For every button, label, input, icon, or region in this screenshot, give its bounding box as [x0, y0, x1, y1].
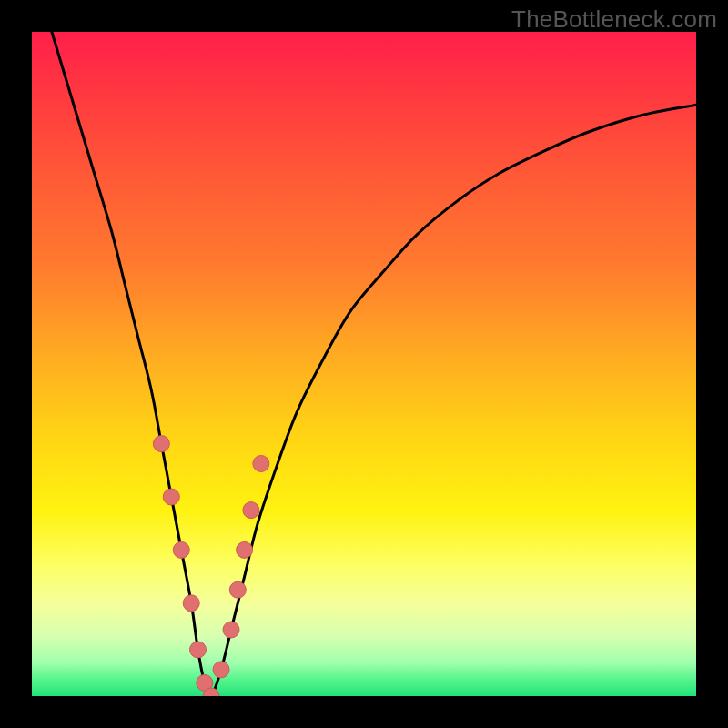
bottleneck-curve: [52, 32, 696, 696]
data-markers: [153, 436, 269, 696]
data-marker: [190, 642, 207, 658]
data-marker: [223, 622, 239, 638]
data-marker: [243, 502, 259, 519]
chart-frame: TheBottleneck.com: [0, 0, 728, 728]
curve-layer: [32, 32, 696, 696]
data-marker: [153, 436, 169, 452]
plot-area: [32, 32, 696, 696]
data-marker: [173, 541, 189, 558]
data-marker: [163, 489, 179, 505]
data-marker: [213, 662, 229, 678]
data-marker: [183, 595, 199, 612]
watermark-text: TheBottleneck.com: [511, 5, 717, 34]
data-marker: [229, 581, 246, 598]
data-marker: [253, 456, 269, 472]
data-marker: [237, 541, 253, 558]
